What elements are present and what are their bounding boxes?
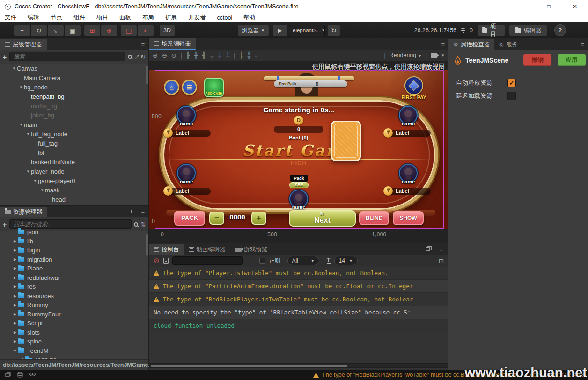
hierarchy-node-bankerHintNode[interactable]: bankerHintNode [0,157,147,167]
first-pay-icon[interactable] [404,76,423,95]
tree-arrow-icon[interactable]: ▼ [39,188,45,192]
console-filter-input[interactable] [172,256,243,265]
log-type-dropdown[interactable]: All ▼ [287,256,319,265]
device-dropdown[interactable]: elephantS... ▼ [289,25,325,36]
hierarchy-node-bg_node[interactable]: ▼bg_node [0,82,147,92]
hierarchy-node-mask[interactable]: ▼mask [0,185,147,195]
delay-load-checkbox[interactable] [507,92,516,100]
tree-arrow-icon[interactable]: ▼ [18,123,24,127]
scene-viewport[interactable]: 使用鼠标右键平移视窗焦点，使用滚轮缩放视图 500 0 05001,000 [149,61,448,243]
tree-arrow-icon[interactable]: ▶ [12,339,18,343]
hierarchy-node-full_tag_node[interactable]: ▼full_tag_node [0,129,147,139]
panel-menu-icon[interactable]: ≡ [141,208,145,215]
tab-services[interactable]: ◎ 服务 [494,39,522,50]
distribute-v-icon[interactable]: ╡ [255,52,259,59]
menu-item-项目[interactable]: 项目 [96,14,108,22]
console-log-row[interactable]: The type of "Player.isTwoTable" must be … [149,267,448,280]
hierarchy-node-game-player0[interactable]: ▼game-player0 [0,176,147,185]
move-tool-icon[interactable]: + [14,25,30,36]
panel-menu-icon[interactable]: ≡ [439,246,443,253]
help-button[interactable]: ? [554,24,566,36]
asset-folder-resources[interactable]: ▶resources [0,292,147,301]
tab-hierarchy[interactable]: 层级管理器 [0,39,47,50]
open-editor-button[interactable]: 编辑器 [509,25,547,36]
tree-arrow-icon[interactable]: ▶ [12,330,18,335]
assets-scrollbar[interactable] [146,234,148,256]
menu-item-面板[interactable]: 面板 [119,14,131,22]
asset-folder-Plane[interactable]: ▶Plane [0,264,147,273]
tab-scene-editor[interactable]: 场景编辑器 [149,38,196,50]
tree-arrow-icon[interactable]: ▼ [12,349,18,353]
apply-button[interactable]: 应用 [558,54,586,66]
tree-arrow-icon[interactable]: ▶ [12,276,18,280]
distribute-h-icon[interactable]: ╞ [239,52,243,59]
popout-icon[interactable] [131,210,135,213]
tree-arrow-icon[interactable]: ▶ [12,239,18,243]
add-node-button[interactable]: + [0,53,9,61]
hierarchy-node-player_node[interactable]: ▼player_node [0,167,147,176]
align-middle-icon[interactable]: ╪ [218,52,221,59]
tree-arrow-icon[interactable]: ▼ [11,66,17,71]
asset-folder-Script[interactable]: ▶Script [0,319,147,328]
asset-folder-login[interactable]: ▶login [0,246,147,255]
home-button[interactable]: ⌂ [164,80,179,95]
camera-icon[interactable] [431,53,437,58]
asset-folder-spine[interactable]: ▶spine [0,337,147,346]
menu-item-布局[interactable]: 布局 [142,14,154,22]
tree-arrow-icon[interactable]: ▼ [32,179,38,183]
scrollbar-handle[interactable] [151,365,347,367]
collapse-logs-icon[interactable]: ⊡ [439,257,444,264]
align-top-icon[interactable]: ╤ [210,52,214,59]
bet-decrease-button[interactable]: − [209,212,224,225]
panel-menu-icon[interactable]: ≡ [441,41,445,48]
menu-item-扩展[interactable]: 扩展 [165,14,177,22]
rect-gizmo-icon[interactable]: ◳ [121,25,137,36]
tree-arrow-icon[interactable]: ▶ [12,294,18,298]
console-log-row[interactable]: The type of "RedBlackPlayer.isTwoTable" … [149,293,448,306]
compile-icon[interactable] [5,372,11,378]
menu-item-开发者[interactable]: 开发者 [188,14,206,22]
hierarchy-node-muflis_bg[interactable]: muflis_bg [0,101,147,110]
font-size-dropdown[interactable]: 14 ▼ [334,256,358,265]
tree-arrow-icon[interactable]: ▶ [12,266,18,270]
open-project-button[interactable]: 项目 [478,25,505,36]
console-log-row[interactable]: cloud-function unloaded [149,319,448,332]
align-right-icon[interactable]: ╢ [202,52,206,59]
bet-increase-button[interactable]: + [251,212,266,225]
asset-folder-migration[interactable]: ▶migration [0,255,147,264]
sort-icon[interactable]: ⇅ [140,221,146,228]
rotate-tool-icon[interactable]: ↻ [31,25,47,36]
minimize-button[interactable]: — [509,0,536,13]
search-icon[interactable] [128,55,132,59]
clear-console-icon[interactable]: ⊘ [154,256,160,265]
refresh-button[interactable]: ↻ [328,25,340,36]
card-deck[interactable] [331,121,361,161]
menu-item-文件[interactable]: 文件 [5,14,16,22]
add-cash-button[interactable]: ADD CASH [204,78,224,97]
tree-arrow-icon[interactable]: ▼ [18,85,24,89]
rendering-dropdown[interactable]: Rendering ▼ [390,52,422,58]
close-button[interactable]: ✕ [562,0,588,13]
hierarchy-node-head[interactable]: head [0,195,147,204]
console-horizontal-scrollbar[interactable] [149,363,448,368]
align-center-h-icon[interactable]: ╫ [194,52,198,59]
hierarchy-node-full_tag[interactable]: full_tag [0,139,147,148]
asset-folder-TeenJM[interactable]: ▼TeenJM [0,355,147,359]
menu-item-组件[interactable]: 组件 [74,14,85,22]
search-icon[interactable] [134,222,138,227]
rect-tool-icon[interactable]: ▣ [65,25,81,36]
scale-tool-icon[interactable]: ↔ [48,25,64,36]
hierarchy-node-lbl[interactable]: lbl [0,148,147,157]
open-log-file-icon[interactable] [163,258,169,264]
tree-arrow-icon[interactable]: ▶ [12,321,18,325]
zoom-out-icon[interactable]: ⊖ [162,52,167,59]
tree-arrow-icon[interactable]: ▶ [12,257,18,262]
game-menu-button[interactable]: ☰ [182,80,197,95]
chevron-down-icon[interactable]: ▼ [441,53,445,58]
asset-folder-json[interactable]: json [0,227,147,237]
tree-arrow-icon[interactable]: ▶ [12,312,18,316]
regex-checkbox[interactable] [259,258,265,264]
panel-menu-icon[interactable]: ≡ [581,41,584,48]
hierarchy-node-teenpatti_bg[interactable]: teenpatti_bg [0,92,147,101]
eye-icon[interactable] [29,372,36,377]
